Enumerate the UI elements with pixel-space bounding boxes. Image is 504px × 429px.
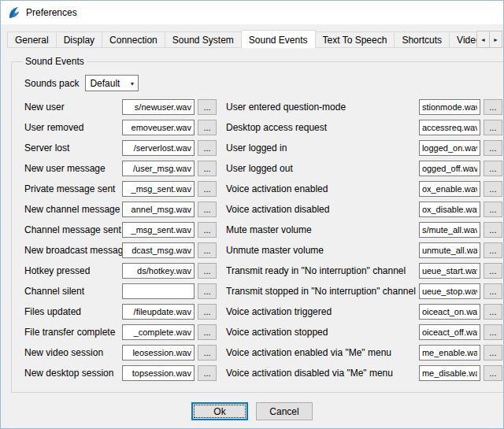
cancel-button[interactable]: Cancel xyxy=(256,402,313,420)
sounds-pack-select[interactable]: Default ▼ xyxy=(85,75,139,91)
browse-button[interactable]: ... xyxy=(198,222,217,238)
row-private-message-sent: Private message sent ... xyxy=(24,181,217,197)
browse-button[interactable]: ... xyxy=(198,263,217,279)
sound-event-label: Mute master volume xyxy=(226,224,419,235)
tab-general[interactable]: General xyxy=(7,31,57,48)
browse-button[interactable]: ... xyxy=(484,365,502,381)
sound-file-input[interactable] xyxy=(122,263,195,279)
sound-event-label: Voice activation enabled xyxy=(226,183,419,194)
tab-text-to-speech[interactable]: Text To Speech xyxy=(315,31,395,48)
sound-file-input[interactable] xyxy=(122,304,195,320)
browse-button[interactable]: ... xyxy=(484,242,502,258)
sound-event-label: New user xyxy=(24,102,122,113)
row-voice-activation-disabled: Voice activation disabled ... xyxy=(226,202,502,217)
tab-scroll-right-icon[interactable]: ► xyxy=(489,31,502,48)
browse-button[interactable]: ... xyxy=(198,161,217,176)
browse-button[interactable]: ... xyxy=(484,263,502,279)
sound-event-label: Voice activation disabled via "Me" menu xyxy=(226,368,419,379)
row-voice-activation-stopped: Voice activation stopped ... xyxy=(226,324,502,340)
sound-file-input[interactable] xyxy=(419,161,480,176)
sound-file-input[interactable] xyxy=(122,161,195,176)
sound-file-input[interactable] xyxy=(419,304,480,320)
tab-sound-events[interactable]: Sound Events xyxy=(241,30,316,48)
sound-file-input[interactable] xyxy=(122,345,195,361)
sound-event-label: Transmit stopped in "No interruption" ch… xyxy=(226,286,419,297)
sound-file-input[interactable] xyxy=(122,222,195,238)
row-voice-activation-disabled-me-menu: Voice activation disabled via "Me" menu … xyxy=(226,365,502,381)
tab-bar: General Display Connection Sound System … xyxy=(1,24,503,48)
browse-button[interactable]: ... xyxy=(484,345,502,361)
browse-button[interactable]: ... xyxy=(198,365,217,381)
titlebar: Preferences xyxy=(1,1,503,24)
sound-file-input[interactable] xyxy=(419,140,480,156)
sound-event-label: Hotkey pressed xyxy=(24,265,122,276)
sounds-pack-row: Sounds pack Default ▼ xyxy=(24,75,502,91)
browse-button[interactable]: ... xyxy=(484,140,502,156)
sound-file-input[interactable] xyxy=(419,181,480,197)
browse-button[interactable]: ... xyxy=(484,161,502,176)
tab-shortcuts[interactable]: Shortcuts xyxy=(394,31,450,48)
row-file-transfer-complete: File transfer complete ... xyxy=(24,324,217,340)
row-new-broadcast-message: New broadcast message ... xyxy=(24,242,217,258)
app-logo-icon xyxy=(7,6,20,20)
sound-file-input[interactable] xyxy=(122,140,195,156)
browse-button[interactable]: ... xyxy=(198,120,217,135)
tab-sound-system[interactable]: Sound System xyxy=(165,31,242,48)
browse-button[interactable]: ... xyxy=(198,283,217,299)
sound-file-input[interactable] xyxy=(122,99,195,115)
sound-event-label: Voice activation stopped xyxy=(226,327,419,338)
browse-button[interactable]: ... xyxy=(198,181,217,197)
row-hotkey-pressed: Hotkey pressed ... xyxy=(24,263,217,279)
sound-file-input[interactable] xyxy=(122,365,195,381)
sound-file-input[interactable] xyxy=(419,345,480,361)
sound-file-input[interactable] xyxy=(419,120,480,135)
sound-file-input[interactable] xyxy=(122,283,195,299)
sound-file-input[interactable] xyxy=(122,120,195,135)
row-user-logged-out: User logged out ... xyxy=(226,161,502,176)
sound-file-input[interactable] xyxy=(419,202,480,217)
sound-file-input[interactable] xyxy=(122,242,195,258)
sound-event-label: User removed xyxy=(24,122,122,133)
sound-event-label: New video session xyxy=(24,347,122,358)
sound-event-columns: New user ... User removed ... Server los… xyxy=(24,99,502,381)
browse-button[interactable]: ... xyxy=(484,304,502,320)
browse-button[interactable]: ... xyxy=(484,283,502,299)
sound-file-input[interactable] xyxy=(419,242,480,258)
sound-file-input[interactable] xyxy=(419,283,480,299)
tab-scroll-buttons: ◄ ► xyxy=(477,31,502,48)
browse-button[interactable]: ... xyxy=(198,99,217,115)
sound-event-label: File transfer complete xyxy=(24,327,122,338)
sound-file-input[interactable] xyxy=(122,324,195,340)
browse-button[interactable]: ... xyxy=(484,222,502,238)
browse-button[interactable]: ... xyxy=(198,345,217,361)
tab-scroll-left-icon[interactable]: ◄ xyxy=(476,31,490,48)
row-mute-master-volume: Mute master volume ... xyxy=(226,222,502,238)
sound-file-input[interactable] xyxy=(419,222,480,238)
sound-file-input[interactable] xyxy=(419,365,480,381)
browse-button[interactable]: ... xyxy=(484,324,502,340)
browse-button[interactable]: ... xyxy=(198,242,217,258)
row-voice-activation-triggered: Voice activation triggered ... xyxy=(226,304,502,320)
row-channel-silent: Channel silent ... xyxy=(24,283,217,299)
browse-button[interactable]: ... xyxy=(198,202,217,217)
browse-button[interactable]: ... xyxy=(198,140,217,156)
browse-button[interactable]: ... xyxy=(484,120,502,135)
sound-file-input[interactable] xyxy=(122,202,195,217)
browse-button[interactable]: ... xyxy=(484,202,502,217)
browse-button[interactable]: ... xyxy=(484,99,502,115)
tab-display[interactable]: Display xyxy=(56,31,102,48)
sound-file-input[interactable] xyxy=(419,263,480,279)
tab-connection[interactable]: Connection xyxy=(102,31,165,48)
browse-button[interactable]: ... xyxy=(198,304,217,320)
sound-event-column-right: User entered question-mode ... Desktop a… xyxy=(226,99,502,381)
sounds-pack-label: Sounds pack xyxy=(24,78,79,89)
browse-button[interactable]: ... xyxy=(484,181,502,197)
sound-event-label: Voice activation disabled xyxy=(226,204,419,215)
browse-button[interactable]: ... xyxy=(198,324,217,340)
sound-file-input[interactable] xyxy=(419,324,480,340)
sound-event-label: New user message xyxy=(24,163,122,174)
sound-file-input[interactable] xyxy=(419,99,480,115)
ok-button[interactable]: Ok xyxy=(191,402,248,420)
sound-file-input[interactable] xyxy=(122,181,195,197)
row-new-user: New user ... xyxy=(24,99,217,115)
